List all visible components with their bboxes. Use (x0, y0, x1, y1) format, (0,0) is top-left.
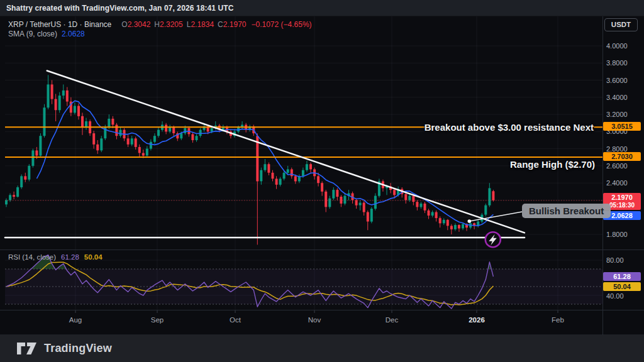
symbol-legend[interactable]: XRP / TetherUS · 1D · BinanceO2.3042H2.3… (8, 20, 312, 29)
rsi-value-label: 61.28 (603, 272, 641, 281)
resistance-annotation[interactable]: Breakout above $3.00 resistance Next (425, 122, 594, 133)
tradingview-logo-icon (16, 342, 38, 355)
price-tick: 3.8000 (606, 59, 628, 67)
attribution-bar: Shattry created with TradingView.com, Ja… (0, 0, 644, 16)
price-tick: 3.4000 (606, 94, 628, 101)
attribution-text: Shattry created with TradingView.com, Ja… (6, 4, 233, 13)
symbol-title: XRP / TetherUS · 1D · Binance (8, 20, 111, 29)
time-tick-sep: Sep (151, 316, 164, 324)
change-value: −0.1072 (−4.65%) (251, 20, 311, 29)
low-value: 2.1834 (191, 20, 214, 29)
time-tick-dec: Dec (386, 316, 398, 324)
time-tick-aug: Aug (69, 316, 82, 324)
resistance-price-label: 3.0515 (603, 122, 641, 131)
price-tick: 4.0000 (606, 42, 628, 50)
sma-legend-value: 2.0628 (62, 30, 85, 38)
sma-legend-label: SMA (9, close) (8, 30, 57, 38)
rsi-legend-value: 61.28 (61, 253, 79, 261)
high-label: H (154, 20, 160, 29)
tradingview-window: Shattry created with TradingView.com, Ja… (0, 0, 644, 362)
close-value: 2.1970 (223, 20, 247, 29)
tradingview-logo[interactable] (16, 342, 38, 355)
price-tick: 1.8000 (606, 231, 628, 238)
rsi-legend-label: RSI (14, close) (8, 253, 56, 261)
range-high-annotation[interactable]: Range High ($2.70) (510, 159, 595, 170)
price-tick: 2.4000 (606, 179, 628, 187)
open-value: 2.3042 (128, 20, 151, 29)
range-high-price-label: 2.7030 (603, 152, 641, 161)
chart-canvas[interactable] (0, 0, 644, 362)
price-tick: 3.2000 (606, 111, 628, 118)
rsi-tick-40: 40.00 (606, 292, 624, 300)
open-label: O (121, 20, 127, 29)
high-value: 2.3205 (160, 20, 183, 29)
rsi-ma-legend-value: 50.04 (84, 253, 103, 261)
rsi-legend[interactable]: RSI (14, close)61.2850.04 (8, 253, 103, 261)
price-axis[interactable]: 4.0000 3.8000 3.6000 3.4000 3.2000 3.000… (602, 16, 644, 335)
sma-legend[interactable]: SMA (9, close)2.0628 (8, 30, 85, 38)
bullish-breakout-callout[interactable]: Bullish Breakout (522, 204, 611, 218)
time-axis[interactable]: Aug Sep Oct Nov Dec 2026 Feb (0, 312, 602, 331)
time-tick-nov: Nov (308, 316, 321, 324)
time-tick-oct: Oct (230, 316, 241, 324)
tradingview-brand-text: TradingView (44, 342, 112, 355)
close-label: C (218, 20, 223, 29)
bottom-toolbar: TradingView (0, 335, 644, 362)
rsi-ma-value-label: 50.04 (603, 282, 641, 291)
time-tick-2026: 2026 (469, 316, 485, 324)
last-price-value: 2.1970 (603, 194, 641, 202)
time-tick-feb: Feb (552, 316, 564, 324)
price-tick: 3.6000 (606, 77, 628, 84)
rsi-tick-80: 80.00 (606, 256, 624, 264)
price-tick: 2.6000 (606, 162, 628, 170)
